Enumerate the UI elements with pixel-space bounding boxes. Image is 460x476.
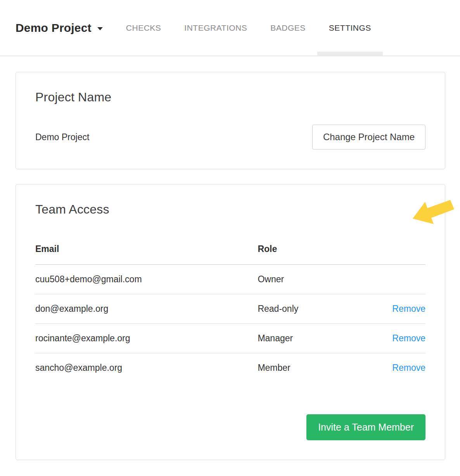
member-role: Read-only bbox=[258, 294, 379, 324]
member-email: rocinante@example.org bbox=[35, 324, 258, 353]
table-header-row: Email Role bbox=[35, 234, 425, 265]
member-role: Owner bbox=[258, 265, 379, 294]
tab-label: CHECKS bbox=[126, 23, 161, 33]
member-email: sancho@example.org bbox=[35, 353, 258, 383]
project-name-row: Demo Project Change Project Name bbox=[35, 125, 425, 149]
tab-settings[interactable]: SETTINGS bbox=[317, 0, 383, 56]
team-access-card: Team Access Email Role cuu508+demo@gmail… bbox=[16, 184, 445, 460]
invite-row: Invite a Team Member bbox=[35, 414, 425, 440]
remove-link[interactable]: Remove bbox=[392, 333, 425, 343]
actions-column-header bbox=[379, 234, 425, 265]
email-column-header: Email bbox=[35, 234, 258, 265]
change-project-name-button[interactable]: Change Project Name bbox=[312, 125, 425, 149]
member-role: Manager bbox=[258, 324, 379, 353]
member-email: cuu508+demo@gmail.com bbox=[35, 265, 258, 294]
project-title: Demo Project bbox=[16, 21, 92, 35]
team-access-card-title: Team Access bbox=[35, 202, 425, 217]
project-name-card: Project Name Demo Project Change Project… bbox=[16, 72, 445, 169]
table-row: sancho@example.org Member Remove bbox=[35, 353, 425, 383]
invite-team-member-button[interactable]: Invite a Team Member bbox=[306, 414, 425, 440]
member-email: don@example.org bbox=[35, 294, 258, 324]
project-header: Demo Project CHECKS INTEGRATIONS BADGES … bbox=[0, 0, 460, 56]
table-row: cuu508+demo@gmail.com Owner bbox=[35, 265, 425, 294]
role-column-header: Role bbox=[258, 234, 379, 265]
project-tabs: CHECKS INTEGRATIONS BADGES SETTINGS bbox=[114, 0, 383, 56]
project-name-card-title: Project Name bbox=[35, 90, 425, 104]
project-switcher[interactable]: Demo Project bbox=[16, 21, 103, 35]
tab-integrations[interactable]: INTEGRATIONS bbox=[173, 0, 259, 56]
team-table-body: cuu508+demo@gmail.com Owner don@example.… bbox=[35, 265, 425, 383]
table-row: don@example.org Read-only Remove bbox=[35, 294, 425, 324]
tab-label: SETTINGS bbox=[329, 23, 371, 33]
tab-label: BADGES bbox=[270, 23, 306, 33]
remove-link[interactable]: Remove bbox=[392, 304, 425, 314]
tab-badges[interactable]: BADGES bbox=[259, 0, 317, 56]
project-name-value: Demo Project bbox=[35, 132, 89, 142]
chevron-down-icon bbox=[97, 27, 103, 30]
member-role: Member bbox=[258, 353, 379, 383]
table-row: rocinante@example.org Manager Remove bbox=[35, 324, 425, 353]
team-members-table: Email Role cuu508+demo@gmail.com Owner d… bbox=[35, 234, 425, 382]
remove-link[interactable]: Remove bbox=[392, 363, 425, 373]
tab-label: INTEGRATIONS bbox=[184, 23, 247, 33]
tab-checks[interactable]: CHECKS bbox=[114, 0, 173, 56]
